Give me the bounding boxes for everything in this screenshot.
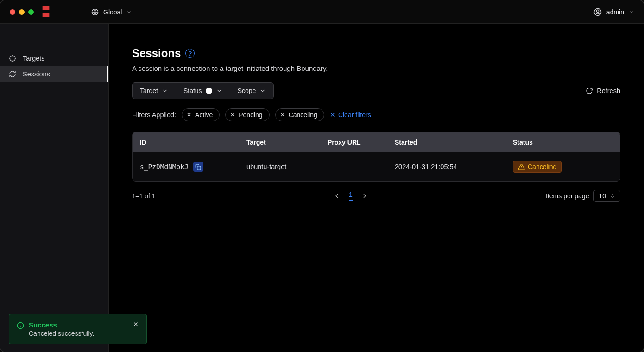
page-description: A session is a connection to a target in… bbox=[132, 64, 620, 72]
toast-message: Canceled successfully. bbox=[29, 330, 94, 337]
refresh-icon bbox=[9, 70, 16, 78]
prev-page-button[interactable] bbox=[333, 192, 341, 200]
sidebar-item-label: Targets bbox=[23, 55, 45, 62]
sidebar-item-sessions[interactable]: Sessions bbox=[0, 66, 108, 82]
refresh-button[interactable]: Refresh bbox=[586, 87, 620, 94]
globe-icon bbox=[91, 8, 99, 16]
app-logo bbox=[41, 6, 51, 18]
clear-filters-label: Clear filters bbox=[338, 111, 371, 119]
toast-close-button[interactable] bbox=[133, 321, 139, 327]
user-label: admin bbox=[606, 8, 624, 16]
th-id: ID bbox=[140, 138, 246, 146]
sidebar-item-targets[interactable]: Targets bbox=[0, 50, 108, 66]
th-started: Started bbox=[395, 138, 513, 146]
svg-point-4 bbox=[10, 56, 15, 61]
chevron-down-icon bbox=[629, 9, 634, 15]
items-per-page-value: 10 bbox=[599, 192, 606, 200]
scope-selector[interactable]: Global bbox=[91, 8, 132, 16]
refresh-icon bbox=[586, 87, 593, 94]
sidebar-item-label: Sessions bbox=[23, 70, 50, 78]
copy-icon bbox=[195, 164, 201, 170]
scope-label: Global bbox=[103, 8, 122, 16]
svg-rect-9 bbox=[197, 166, 201, 169]
maximize-window-button[interactable] bbox=[28, 9, 34, 15]
toast-body: Success Canceled successfully. bbox=[29, 321, 94, 337]
filter-group: Target Status Scope bbox=[132, 82, 274, 99]
chevron-down-icon bbox=[126, 9, 132, 15]
user-icon bbox=[593, 8, 602, 16]
status-text: Canceling bbox=[528, 163, 556, 170]
sidebar: Targets Sessions bbox=[0, 24, 109, 352]
filter-scope-button[interactable]: Scope bbox=[230, 83, 274, 99]
chip-label: Canceling bbox=[289, 111, 317, 119]
chevron-down-icon bbox=[162, 88, 168, 94]
page-title-row: Sessions ? bbox=[132, 47, 620, 60]
close-icon: ✕ bbox=[230, 112, 235, 118]
td-id: s_PzDMdNMokJ bbox=[140, 162, 246, 172]
chip-label: Active bbox=[195, 111, 213, 119]
filter-label: Scope bbox=[238, 87, 256, 94]
th-target: Target bbox=[246, 138, 328, 146]
td-status: Canceling bbox=[513, 161, 612, 173]
filter-label: Target bbox=[140, 87, 158, 94]
titlebar: Global admin bbox=[0, 0, 644, 24]
pagination-range: 1–1 of 1 bbox=[132, 192, 156, 200]
clear-filters-button[interactable]: ✕ Clear filters bbox=[330, 111, 371, 119]
chevron-down-icon bbox=[259, 88, 266, 94]
minimize-window-button[interactable] bbox=[19, 9, 25, 15]
window-controls bbox=[10, 9, 34, 15]
copy-id-button[interactable] bbox=[193, 162, 203, 172]
alert-triangle-icon bbox=[518, 163, 525, 170]
sort-icon bbox=[610, 193, 615, 199]
main-content: Sessions ? A session is a connection to … bbox=[109, 24, 644, 352]
next-page-button[interactable] bbox=[361, 192, 368, 200]
svg-point-3 bbox=[596, 10, 599, 12]
items-per-page-select[interactable]: 10 bbox=[593, 190, 620, 202]
filter-target-button[interactable]: Target bbox=[133, 83, 176, 99]
td-started: 2024-01-31 21:05:54 bbox=[395, 163, 513, 170]
table-row[interactable]: s_PzDMdNMokJ ubuntu-target 2024-01-31 21… bbox=[133, 152, 620, 181]
filters-applied-label: Filters Applied: bbox=[132, 111, 176, 119]
sessions-table: ID Target Proxy URL Started Status s_PzD… bbox=[132, 132, 620, 182]
toast-title: Success bbox=[29, 321, 94, 329]
close-window-button[interactable] bbox=[10, 9, 15, 15]
page-title: Sessions bbox=[132, 47, 181, 60]
items-per-page-label: Items per page bbox=[546, 192, 589, 200]
info-icon bbox=[17, 322, 24, 329]
status-badge: Canceling bbox=[513, 161, 562, 173]
success-toast: Success Canceled successfully. bbox=[9, 314, 147, 344]
filter-status-button[interactable]: Status bbox=[176, 83, 230, 99]
pagination: 1–1 of 1 1 Items per page 10 bbox=[132, 190, 620, 202]
refresh-label: Refresh bbox=[597, 87, 620, 94]
close-icon: ✕ bbox=[187, 112, 191, 118]
help-icon[interactable]: ? bbox=[185, 49, 195, 58]
crosshair-icon bbox=[9, 55, 16, 62]
td-target: ubuntu-target bbox=[246, 163, 328, 170]
toolbar: Target Status Scope Refresh bbox=[132, 82, 620, 99]
filter-chip-canceling[interactable]: ✕ Canceling bbox=[275, 108, 324, 121]
filter-chip-pending[interactable]: ✕ Pending bbox=[225, 108, 269, 121]
close-icon: ✕ bbox=[330, 111, 335, 119]
session-id: s_PzDMdNMokJ bbox=[140, 163, 189, 170]
filter-label: Status bbox=[183, 87, 202, 94]
close-icon: ✕ bbox=[280, 112, 285, 118]
chevron-down-icon bbox=[216, 88, 222, 94]
table-header: ID Target Proxy URL Started Status bbox=[133, 132, 620, 152]
page-number[interactable]: 1 bbox=[349, 191, 353, 201]
th-proxy-url: Proxy URL bbox=[328, 138, 395, 146]
status-indicator-dot bbox=[206, 88, 212, 94]
filter-chip-active[interactable]: ✕ Active bbox=[182, 108, 220, 121]
chip-label: Pending bbox=[239, 111, 262, 119]
th-status: Status bbox=[513, 138, 612, 146]
user-menu[interactable]: admin bbox=[593, 8, 634, 16]
filters-applied-row: Filters Applied: ✕ Active ✕ Pending ✕ Ca… bbox=[132, 108, 620, 121]
